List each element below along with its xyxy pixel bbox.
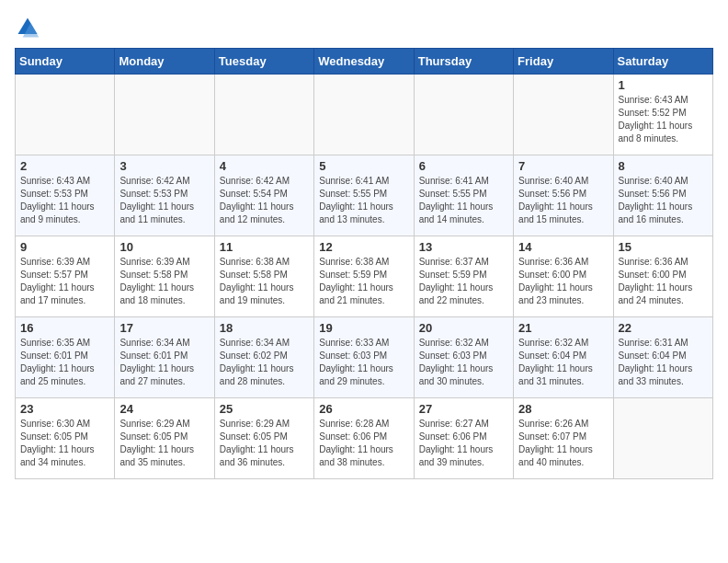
calendar-cell: 7Sunrise: 6:40 AM Sunset: 5:56 PM Daylig… xyxy=(514,155,613,236)
calendar-cell xyxy=(16,75,115,155)
calendar-cell xyxy=(613,398,712,479)
day-info: Sunrise: 6:41 AM Sunset: 5:55 PM Dayligh… xyxy=(419,175,508,226)
day-info: Sunrise: 6:38 AM Sunset: 5:59 PM Dayligh… xyxy=(319,256,408,307)
calendar-cell xyxy=(414,75,513,155)
calendar-table: SundayMondayTuesdayWednesdayThursdayFrid… xyxy=(15,48,713,479)
calendar-cell: 15Sunrise: 6:36 AM Sunset: 6:00 PM Dayli… xyxy=(613,236,712,317)
day-number: 7 xyxy=(518,159,608,173)
day-info: Sunrise: 6:27 AM Sunset: 6:06 PM Dayligh… xyxy=(419,418,508,469)
calendar-cell: 12Sunrise: 6:38 AM Sunset: 5:59 PM Dayli… xyxy=(314,236,414,317)
day-number: 8 xyxy=(619,159,708,173)
day-number: 22 xyxy=(619,321,708,335)
calendar-cell: 23Sunrise: 6:30 AM Sunset: 6:05 PM Dayli… xyxy=(16,398,115,479)
logo-icon xyxy=(15,15,40,40)
day-number: 5 xyxy=(319,159,408,173)
day-info: Sunrise: 6:32 AM Sunset: 6:04 PM Dayligh… xyxy=(518,337,608,388)
day-number: 18 xyxy=(220,321,309,335)
calendar-cell: 6Sunrise: 6:41 AM Sunset: 5:55 PM Daylig… xyxy=(414,155,513,236)
day-number: 20 xyxy=(419,321,508,335)
day-info: Sunrise: 6:32 AM Sunset: 6:03 PM Dayligh… xyxy=(419,337,508,388)
day-number: 15 xyxy=(619,240,708,254)
calendar-cell: 1Sunrise: 6:43 AM Sunset: 5:52 PM Daylig… xyxy=(613,75,712,155)
day-number: 19 xyxy=(319,321,408,335)
day-number: 9 xyxy=(20,240,109,254)
page-header xyxy=(15,15,713,40)
day-number: 24 xyxy=(119,402,209,416)
calendar-cell: 11Sunrise: 6:38 AM Sunset: 5:58 PM Dayli… xyxy=(214,236,313,317)
calendar-cell: 16Sunrise: 6:35 AM Sunset: 6:01 PM Dayli… xyxy=(16,317,115,398)
calendar-cell xyxy=(115,75,214,155)
calendar-cell: 5Sunrise: 6:41 AM Sunset: 5:55 PM Daylig… xyxy=(314,155,414,236)
day-number: 3 xyxy=(119,159,209,173)
day-number: 4 xyxy=(220,159,309,173)
calendar-cell: 25Sunrise: 6:29 AM Sunset: 6:05 PM Dayli… xyxy=(214,398,313,479)
day-info: Sunrise: 6:33 AM Sunset: 6:03 PM Dayligh… xyxy=(319,337,408,388)
day-info: Sunrise: 6:36 AM Sunset: 6:00 PM Dayligh… xyxy=(518,256,608,307)
day-info: Sunrise: 6:31 AM Sunset: 6:04 PM Dayligh… xyxy=(619,337,708,388)
day-info: Sunrise: 6:42 AM Sunset: 5:54 PM Dayligh… xyxy=(220,175,309,226)
calendar-cell: 2Sunrise: 6:43 AM Sunset: 5:53 PM Daylig… xyxy=(16,155,115,236)
day-info: Sunrise: 6:30 AM Sunset: 6:05 PM Dayligh… xyxy=(20,418,109,469)
calendar-cell: 22Sunrise: 6:31 AM Sunset: 6:04 PM Dayli… xyxy=(613,317,712,398)
day-number: 16 xyxy=(20,321,109,335)
calendar-cell: 8Sunrise: 6:40 AM Sunset: 5:56 PM Daylig… xyxy=(613,155,712,236)
calendar-cell xyxy=(214,75,313,155)
col-header-saturday: Saturday xyxy=(613,49,712,75)
calendar-cell: 10Sunrise: 6:39 AM Sunset: 5:58 PM Dayli… xyxy=(115,236,214,317)
calendar-cell: 24Sunrise: 6:29 AM Sunset: 6:05 PM Dayli… xyxy=(115,398,214,479)
day-number: 26 xyxy=(319,402,408,416)
day-info: Sunrise: 6:28 AM Sunset: 6:06 PM Dayligh… xyxy=(319,418,408,469)
day-number: 11 xyxy=(220,240,309,254)
day-info: Sunrise: 6:39 AM Sunset: 5:58 PM Dayligh… xyxy=(119,256,209,307)
logo xyxy=(15,15,44,40)
day-number: 14 xyxy=(518,240,608,254)
day-info: Sunrise: 6:37 AM Sunset: 5:59 PM Dayligh… xyxy=(419,256,508,307)
calendar-cell: 21Sunrise: 6:32 AM Sunset: 6:04 PM Dayli… xyxy=(514,317,613,398)
day-number: 2 xyxy=(20,159,109,173)
day-number: 10 xyxy=(119,240,209,254)
col-header-thursday: Thursday xyxy=(414,49,513,75)
day-info: Sunrise: 6:34 AM Sunset: 6:02 PM Dayligh… xyxy=(220,337,309,388)
calendar-cell: 20Sunrise: 6:32 AM Sunset: 6:03 PM Dayli… xyxy=(414,317,513,398)
calendar-cell: 28Sunrise: 6:26 AM Sunset: 6:07 PM Dayli… xyxy=(514,398,613,479)
day-info: Sunrise: 6:40 AM Sunset: 5:56 PM Dayligh… xyxy=(518,175,608,226)
col-header-tuesday: Tuesday xyxy=(214,49,313,75)
day-info: Sunrise: 6:40 AM Sunset: 5:56 PM Dayligh… xyxy=(619,175,708,226)
day-info: Sunrise: 6:34 AM Sunset: 6:01 PM Dayligh… xyxy=(119,337,209,388)
calendar-cell: 17Sunrise: 6:34 AM Sunset: 6:01 PM Dayli… xyxy=(115,317,214,398)
day-number: 12 xyxy=(319,240,408,254)
col-header-sunday: Sunday xyxy=(16,49,115,75)
day-number: 1 xyxy=(619,78,708,92)
calendar-cell xyxy=(514,75,613,155)
day-info: Sunrise: 6:38 AM Sunset: 5:58 PM Dayligh… xyxy=(220,256,309,307)
day-info: Sunrise: 6:29 AM Sunset: 6:05 PM Dayligh… xyxy=(220,418,309,469)
day-info: Sunrise: 6:41 AM Sunset: 5:55 PM Dayligh… xyxy=(319,175,408,226)
col-header-friday: Friday xyxy=(514,49,613,75)
day-number: 21 xyxy=(518,321,608,335)
col-header-monday: Monday xyxy=(115,49,214,75)
day-info: Sunrise: 6:35 AM Sunset: 6:01 PM Dayligh… xyxy=(20,337,109,388)
calendar-cell: 14Sunrise: 6:36 AM Sunset: 6:00 PM Dayli… xyxy=(514,236,613,317)
day-number: 6 xyxy=(419,159,508,173)
day-info: Sunrise: 6:29 AM Sunset: 6:05 PM Dayligh… xyxy=(119,418,209,469)
calendar-cell: 3Sunrise: 6:42 AM Sunset: 5:53 PM Daylig… xyxy=(115,155,214,236)
calendar-cell: 4Sunrise: 6:42 AM Sunset: 5:54 PM Daylig… xyxy=(214,155,313,236)
day-info: Sunrise: 6:43 AM Sunset: 5:52 PM Dayligh… xyxy=(619,94,708,145)
day-number: 25 xyxy=(220,402,309,416)
calendar-cell: 18Sunrise: 6:34 AM Sunset: 6:02 PM Dayli… xyxy=(214,317,313,398)
day-number: 28 xyxy=(518,402,608,416)
day-info: Sunrise: 6:43 AM Sunset: 5:53 PM Dayligh… xyxy=(20,175,109,226)
calendar-cell: 19Sunrise: 6:33 AM Sunset: 6:03 PM Dayli… xyxy=(314,317,414,398)
calendar-cell: 27Sunrise: 6:27 AM Sunset: 6:06 PM Dayli… xyxy=(414,398,513,479)
day-info: Sunrise: 6:36 AM Sunset: 6:00 PM Dayligh… xyxy=(619,256,708,307)
day-info: Sunrise: 6:42 AM Sunset: 5:53 PM Dayligh… xyxy=(119,175,209,226)
col-header-wednesday: Wednesday xyxy=(314,49,414,75)
day-info: Sunrise: 6:26 AM Sunset: 6:07 PM Dayligh… xyxy=(518,418,608,469)
day-number: 23 xyxy=(20,402,109,416)
day-info: Sunrise: 6:39 AM Sunset: 5:57 PM Dayligh… xyxy=(20,256,109,307)
calendar-cell xyxy=(314,75,414,155)
calendar-cell: 26Sunrise: 6:28 AM Sunset: 6:06 PM Dayli… xyxy=(314,398,414,479)
calendar-cell: 9Sunrise: 6:39 AM Sunset: 5:57 PM Daylig… xyxy=(16,236,115,317)
day-number: 27 xyxy=(419,402,508,416)
day-number: 13 xyxy=(419,240,508,254)
